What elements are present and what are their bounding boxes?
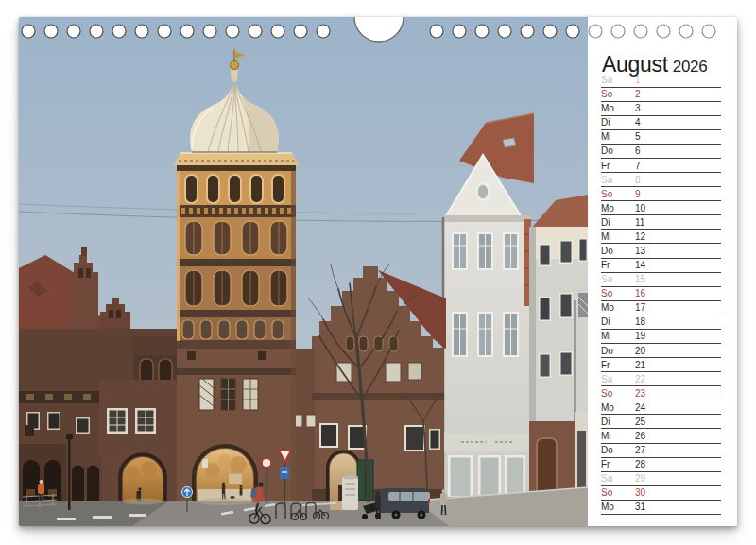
day-number: 18 — [635, 317, 645, 327]
day-number: 5 — [635, 132, 641, 142]
day-row: So16 — [601, 287, 721, 301]
day-list: Sa1So2Mo3Di4Mi5Do6Fr7Sa8So9Mo10Di11Mi12D… — [601, 74, 721, 515]
day-row: Mi19 — [601, 330, 721, 344]
day-row: So23 — [601, 386, 721, 400]
day-abbr: Mo — [601, 104, 621, 113]
day-number: 22 — [635, 375, 645, 384]
day-number: 14 — [635, 261, 645, 270]
day-row: Do13 — [601, 244, 721, 258]
day-abbr: Fr — [601, 261, 621, 270]
day-number: 9 — [635, 190, 641, 199]
day-number: 15 — [635, 275, 645, 284]
calendar-photo — [19, 17, 588, 526]
day-row: Mi5 — [601, 130, 721, 145]
day-row: Fr14 — [601, 259, 721, 273]
day-number: 31 — [635, 502, 645, 512]
day-number: 12 — [635, 232, 645, 242]
day-number: 25 — [635, 417, 645, 427]
day-abbr: Mo — [601, 502, 621, 512]
day-row: Sa8 — [601, 173, 721, 187]
day-number: 11 — [635, 218, 644, 228]
day-number: 27 — [635, 446, 645, 455]
advertising-column — [342, 475, 358, 511]
day-number: 16 — [635, 289, 645, 298]
day-number: 6 — [635, 146, 641, 156]
day-row: So9 — [601, 187, 721, 201]
day-row: Di18 — [601, 315, 721, 330]
day-abbr: Mi — [601, 232, 621, 242]
day-number: 19 — [635, 332, 645, 341]
day-number: 29 — [635, 474, 645, 484]
day-abbr: Do — [601, 247, 621, 256]
day-number: 26 — [635, 432, 645, 441]
day-number: 8 — [635, 176, 641, 185]
day-number: 21 — [635, 361, 645, 370]
day-abbr: Mo — [601, 204, 621, 213]
day-row: Di4 — [601, 116, 721, 130]
left-arch-view — [123, 457, 163, 501]
day-number: 30 — [635, 488, 645, 498]
day-number: 4 — [635, 118, 641, 128]
day-row: Do20 — [601, 344, 721, 358]
day-row: Sa29 — [601, 472, 721, 486]
day-abbr: Sa — [601, 375, 621, 384]
day-row: Sa15 — [601, 273, 721, 287]
day-row: Do27 — [601, 444, 721, 458]
day-abbr: Do — [601, 146, 621, 156]
day-row: Sa1 — [601, 74, 721, 88]
day-row: Fr28 — [601, 458, 721, 472]
day-row: Mo3 — [601, 102, 721, 116]
day-row: Mi12 — [601, 230, 721, 244]
day-abbr: Sa — [601, 474, 621, 484]
day-abbr: So — [601, 488, 621, 498]
day-row: Mi26 — [601, 429, 721, 443]
day-number: 2 — [635, 90, 641, 99]
calendar-panel: August2026 Sa1So2Mo3Di4Mi5Do6Fr7Sa8So9Mo… — [588, 17, 737, 526]
day-abbr: Do — [601, 446, 621, 455]
day-number: 13 — [635, 247, 645, 256]
right-edge-house — [529, 195, 588, 501]
brown-door — [537, 438, 557, 495]
day-abbr: So — [601, 190, 621, 199]
day-row: Fr7 — [601, 159, 721, 173]
day-abbr: Mo — [601, 303, 621, 313]
day-abbr: Di — [601, 417, 621, 427]
day-abbr: So — [601, 90, 621, 99]
day-number: 20 — [635, 347, 645, 356]
day-number: 1 — [635, 76, 641, 85]
day-row: Fr21 — [601, 358, 721, 372]
day-abbr: Mi — [601, 432, 621, 441]
day-row: Di11 — [601, 215, 721, 230]
calendar-product-page: August2026 Sa1So2Mo3Di4Mi5Do6Fr7Sa8So9Mo… — [0, 0, 756, 545]
day-number: 3 — [635, 104, 641, 113]
calendar-sheet: August2026 Sa1So2Mo3Di4Mi5Do6Fr7Sa8So9Mo… — [19, 17, 737, 526]
day-row: Mo10 — [601, 201, 721, 215]
day-row: Mo17 — [601, 301, 721, 315]
day-abbr: Mi — [601, 132, 621, 142]
day-row: Mo24 — [601, 400, 721, 415]
day-abbr: Di — [601, 118, 621, 128]
day-row: Do6 — [601, 145, 721, 159]
day-abbr: So — [601, 389, 621, 399]
day-abbr: Mi — [601, 332, 621, 341]
day-abbr: Do — [601, 347, 621, 356]
day-abbr: So — [601, 289, 621, 298]
day-abbr: Sa — [601, 176, 621, 185]
day-abbr: Di — [601, 317, 621, 327]
day-abbr: Mo — [601, 403, 621, 413]
day-abbr: Fr — [601, 460, 621, 469]
day-abbr: Di — [601, 218, 621, 228]
day-number: 7 — [635, 162, 641, 171]
day-abbr: Sa — [601, 275, 621, 284]
day-number: 17 — [635, 303, 645, 313]
day-number: 10 — [635, 204, 645, 213]
day-row: Di25 — [601, 415, 721, 429]
day-abbr: Fr — [601, 162, 621, 171]
day-number: 24 — [635, 403, 645, 413]
day-row: So30 — [601, 486, 721, 501]
tower-windows-over-gate — [199, 379, 258, 410]
day-row: Sa22 — [601, 372, 721, 386]
day-number: 28 — [635, 460, 645, 469]
day-abbr: Fr — [601, 361, 621, 370]
day-number: 23 — [635, 389, 645, 399]
